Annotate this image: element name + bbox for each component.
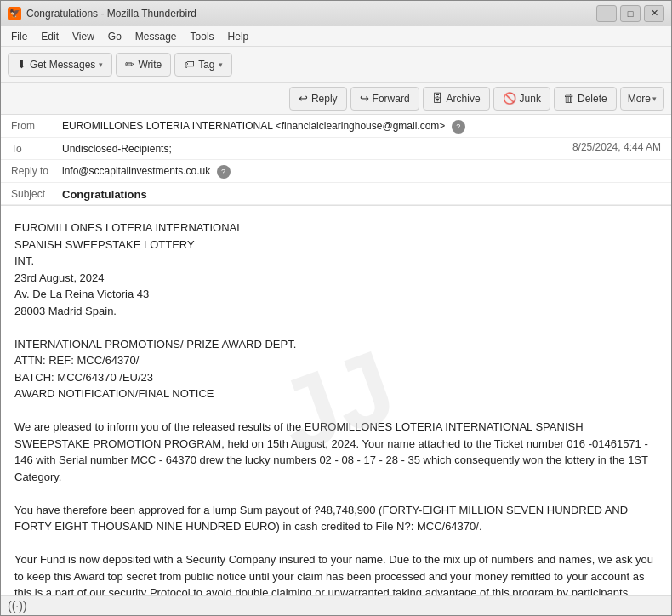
menu-help[interactable]: Help <box>221 29 256 44</box>
from-label: From <box>11 118 62 132</box>
security-icon-from[interactable]: ? <box>452 120 465 134</box>
action-bar: ↩ Reply ↪ Forward 🗄 Archive 🚫 Junk 🗑 Del… <box>1 83 671 115</box>
from-row: From EUROMILLONES LOTERIA INTERNATIONAL … <box>1 115 671 138</box>
menu-tools[interactable]: Tools <box>184 29 221 44</box>
tag-label: Tag <box>198 59 214 71</box>
get-messages-label: Get Messages <box>30 59 95 71</box>
tag-dropdown-icon: ▾ <box>219 60 223 69</box>
close-button[interactable]: ✕ <box>644 5 664 22</box>
get-messages-icon: ⬇ <box>17 58 26 71</box>
from-address: EUROMILLONES LOTERIA INTERNATIONAL <fina… <box>62 120 445 132</box>
titlebar: 🦅 Congratulations - Mozilla Thunderbird … <box>1 1 671 26</box>
write-label: Write <box>138 59 162 71</box>
write-button[interactable]: ✏ Write <box>116 53 171 77</box>
reply-to-value: info@sccapitalinvestments.co.uk ? <box>62 163 661 179</box>
subject-label: Subject <box>11 186 62 200</box>
window-controls: − □ ✕ <box>596 5 664 22</box>
reply-label: Reply <box>311 93 338 105</box>
reply-to-address: info@sccapitalinvestments.co.uk <box>62 165 210 177</box>
subject-value: Congratulations <box>62 186 661 201</box>
junk-button[interactable]: 🚫 Junk <box>493 87 550 111</box>
more-dropdown-icon: ▾ <box>652 94 657 103</box>
email-date: 8/25/2024, 4:44 AM <box>572 141 661 153</box>
junk-label: Junk <box>520 93 541 105</box>
reply-icon: ↩ <box>299 92 308 105</box>
to-value: Undisclosed-Recipients; <box>62 141 572 155</box>
delete-label: Delete <box>578 93 607 105</box>
window-title: Congratulations - Mozilla Thunderbird <box>26 8 596 20</box>
delete-icon: 🗑 <box>563 92 574 105</box>
menu-message[interactable]: Message <box>128 29 184 44</box>
email-header: From EUROMILLONES LOTERIA INTERNATIONAL … <box>1 115 671 206</box>
statusbar: ((·)) <box>1 595 671 615</box>
tag-icon: 🏷 <box>184 58 195 71</box>
reply-to-label: Reply to <box>11 163 62 177</box>
menu-edit[interactable]: Edit <box>34 29 65 44</box>
app-icon: 🦅 <box>8 7 21 20</box>
get-messages-button[interactable]: ⬇ Get Messages ▾ <box>8 53 112 77</box>
minimize-button[interactable]: − <box>596 5 617 22</box>
more-label: More <box>628 93 651 105</box>
menu-view[interactable]: View <box>65 29 101 44</box>
archive-button[interactable]: 🗄 Archive <box>423 87 490 111</box>
maximize-button[interactable]: □ <box>620 5 641 22</box>
toolbar: ⬇ Get Messages ▾ ✏ Write 🏷 Tag ▾ <box>1 47 671 83</box>
forward-icon: ↪ <box>360 92 369 105</box>
junk-icon: 🚫 <box>503 92 516 105</box>
more-button[interactable]: More ▾ <box>620 87 664 111</box>
menu-file[interactable]: File <box>4 29 34 44</box>
forward-button[interactable]: ↪ Forward <box>350 87 419 111</box>
main-window: 🦅 Congratulations - Mozilla Thunderbird … <box>0 0 672 616</box>
email-body: JJ EUROMILLONES LOTERIA INTERNATIONAL SP… <box>1 206 671 595</box>
reply-button[interactable]: ↩ Reply <box>289 87 347 111</box>
forward-label: Forward <box>373 93 410 105</box>
delete-button[interactable]: 🗑 Delete <box>554 87 617 111</box>
get-messages-dropdown-icon: ▾ <box>99 60 103 69</box>
archive-icon: 🗄 <box>432 92 443 105</box>
from-value: EUROMILLONES LOTERIA INTERNATIONAL <fina… <box>62 118 661 134</box>
menubar: File Edit View Go Message Tools Help <box>1 26 671 47</box>
write-icon: ✏ <box>125 58 134 71</box>
reply-to-row: Reply to info@sccapitalinvestments.co.uk… <box>1 160 671 183</box>
to-row: To Undisclosed-Recipients; 8/25/2024, 4:… <box>1 138 671 160</box>
menu-go[interactable]: Go <box>101 29 128 44</box>
archive-label: Archive <box>447 93 481 105</box>
connection-status-icon: ((·)) <box>8 599 27 613</box>
tag-button[interactable]: 🏷 Tag ▾ <box>174 53 231 77</box>
to-label: To <box>11 141 62 155</box>
security-icon-replyto[interactable]: ? <box>217 165 231 179</box>
email-body-text: EUROMILLONES LOTERIA INTERNATIONAL SPANI… <box>14 220 658 595</box>
subject-row: Subject Congratulations <box>1 183 671 205</box>
